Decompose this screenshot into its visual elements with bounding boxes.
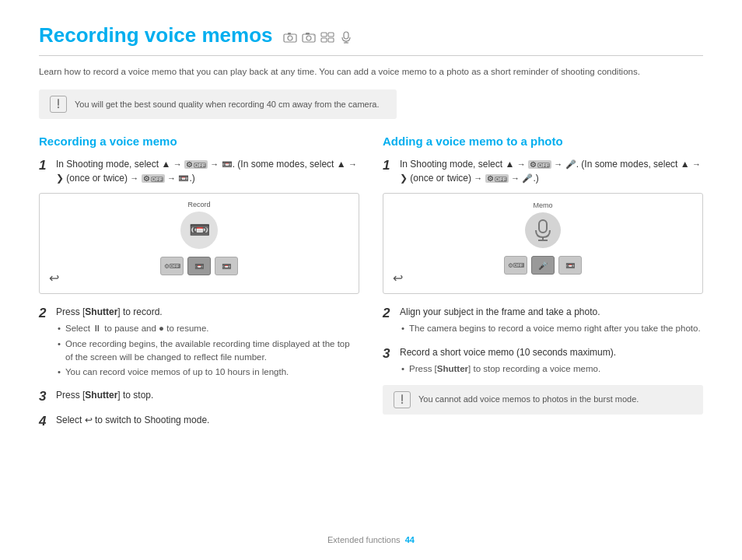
svg-point-14 (58, 107, 59, 108)
right-step-2: 2 Align your subject in the frame and ta… (383, 305, 703, 337)
right-bullet-1: The camera begins to record a voice memo… (400, 322, 703, 335)
right-note-icon (394, 391, 411, 408)
back-icon-right: ↩ (393, 271, 403, 285)
left-step-2: 2 Press [Shutter] to record. Select ⏸ to… (39, 305, 359, 380)
left-step1-content: In Shooting mode, select ▲ → ⚙OFF → 📼. (… (56, 157, 359, 185)
mountain4-icon: ▲ (681, 159, 690, 170)
cassette-box: 📼 (215, 257, 238, 275)
settings-off-icon: ⚙OFF (184, 160, 208, 169)
camera2-icon: + (301, 31, 317, 44)
page-number: 44 (405, 535, 415, 544)
left-step2-content: Press [Shutter] to record. Select ⏸ to p… (56, 305, 359, 380)
left-step-3: 3 Press [Shutter] to stop. (39, 388, 359, 405)
two-col-layout: Recording a voice memo 1 In Shooting mod… (39, 135, 703, 438)
left-bullet-2: Once recording begins, the available rec… (56, 338, 359, 365)
svg-rect-11 (344, 32, 348, 39)
note-box: You will get the best sound quality when… (39, 89, 397, 119)
left-step2-bullets: Select ⏸ to pause and ● to resume. Once … (56, 322, 359, 379)
note-text: You will get the best sound quality when… (75, 99, 380, 110)
right-note-text: You cannot add voice memos to photos in … (418, 394, 639, 405)
chevron-right-icon: ❯ (56, 173, 64, 184)
svg-rect-9 (321, 38, 327, 42)
left-diagram-inner: Record 📼 ⚙OFF 📼 📼 (160, 212, 238, 275)
left-step2-num: 2 (39, 305, 51, 380)
tape-icon: 📼 (189, 220, 210, 240)
mic-svg (532, 219, 554, 242)
left-step1-num: 1 (39, 157, 51, 185)
info-icon (397, 394, 408, 405)
right-column: Adding a voice memo to a photo 1 In Shoo… (383, 135, 703, 438)
right-mic-bubble (525, 212, 561, 248)
right-off-icon-box: ⚙OFF (504, 256, 527, 275)
note-icon (50, 96, 67, 113)
mountain2-icon: ▲ (337, 159, 346, 170)
mountain3-icon: ▲ (505, 159, 514, 170)
right-step3-content: Record a short voice memo (10 seconds ma… (400, 345, 703, 377)
mic-title-icon (338, 31, 354, 44)
selected-tape-box: 📼 (187, 257, 211, 275)
mountain-icon: ▲ (161, 159, 170, 170)
settings-off4-icon: ⚙OFF (485, 174, 509, 183)
svg-rect-10 (328, 38, 334, 42)
left-step-1: 1 In Shooting mode, select ▲ → ⚙OFF → 📼.… (39, 157, 359, 185)
footer: Extended functions 44 (0, 535, 742, 544)
right-step-1: 1 In Shooting mode, select ▲ → ⚙OFF → 🎤.… (383, 157, 703, 185)
right-diagram-label: Memo (533, 201, 552, 209)
right-step1-num: 1 (383, 157, 395, 185)
right-step2-content: Align your subject in the frame and take… (400, 305, 703, 337)
right-bullet-3-1: Press [Shutter] to stop recording a voic… (400, 362, 703, 376)
right-tape-box: 📼 (558, 256, 582, 275)
left-step3-content: Press [Shutter] to stop. (56, 388, 359, 405)
tape-small-icon: 📼 (222, 159, 233, 169)
intro-text: Learn how to record a voice memo that yo… (39, 65, 703, 79)
left-step3-num: 3 (39, 388, 51, 405)
mic-small-icon: 🎤 (565, 159, 576, 169)
chevron-right2-icon: ❯ (400, 173, 408, 184)
svg-rect-2 (288, 33, 291, 35)
left-diagram-label: Record (187, 201, 210, 208)
right-step-3: 3 Record a short voice memo (10 seconds … (383, 345, 703, 377)
right-step2-bullets: The camera begins to record a voice memo… (400, 322, 703, 335)
left-bullet-3: You can record voice memos of up to 10 h… (56, 366, 359, 379)
settings-off2-icon: ⚙OFF (142, 174, 165, 183)
svg-rect-15 (539, 220, 547, 233)
left-step4-num: 4 (39, 413, 51, 430)
page-title: Recording voice memos (39, 23, 273, 47)
svg-point-4 (306, 36, 311, 40)
off-icon-box: ⚙OFF (160, 257, 184, 275)
right-step1-content: In Shooting mode, select ▲ → ⚙OFF → 🎤. (… (400, 157, 703, 185)
svg-rect-5 (306, 33, 310, 35)
left-step4-content: Select ↩ to switch to Shooting mode. (56, 413, 359, 430)
right-selected-mic-box: 🎤 (531, 256, 555, 275)
grid-icon (320, 31, 335, 44)
svg-point-18 (401, 402, 403, 404)
right-section-title: Adding a voice memo to a photo (383, 135, 703, 148)
right-step2-num: 2 (383, 305, 395, 337)
camera-icon (282, 31, 298, 44)
right-menu-row: ⚙OFF 🎤 📼 (504, 256, 582, 275)
svg-rect-7 (321, 33, 327, 37)
title-icons: + (282, 31, 354, 44)
svg-point-1 (288, 36, 292, 40)
left-tape-bubble: 📼 (180, 212, 218, 249)
tape-small2-icon: 📼 (178, 173, 189, 183)
back-icon-left: ↩ (49, 271, 59, 285)
left-section-title: Recording a voice memo (39, 135, 359, 148)
right-diagram: Memo ⚙OFF 🎤 📼 ↩ (383, 193, 703, 294)
left-menu-row: ⚙OFF 📼 📼 (160, 257, 238, 275)
footer-text: Extended functions 44 (327, 535, 415, 544)
page-title-area: Recording voice memos + (39, 23, 703, 56)
left-column: Recording a voice memo 1 In Shooting mod… (39, 135, 359, 438)
right-step3-bullets: Press [Shutter] to stop recording a voic… (400, 362, 703, 376)
right-note-box: You cannot add voice memos to photos in … (383, 385, 703, 415)
svg-rect-8 (328, 33, 334, 37)
left-diagram: Record 📼 ⚙OFF 📼 📼 ↩ (39, 193, 359, 294)
mic-small2-icon: 🎤 (522, 173, 533, 183)
right-step3-num: 3 (383, 345, 395, 377)
left-bullet-1: Select ⏸ to pause and ● to resume. (56, 322, 359, 335)
settings-off3-icon: ⚙OFF (528, 160, 551, 169)
left-step-4: 4 Select ↩ to switch to Shooting mode. (39, 413, 359, 430)
right-diagram-inner: Memo ⚙OFF 🎤 📼 (504, 212, 582, 275)
